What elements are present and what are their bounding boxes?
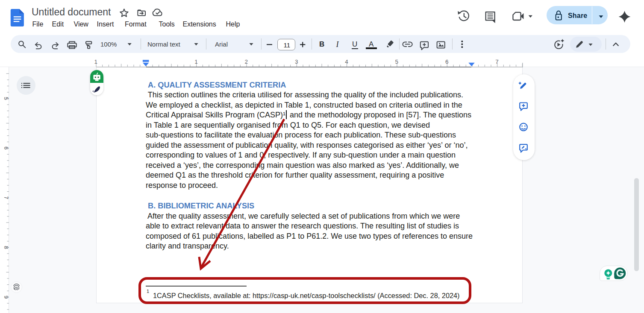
svg-text:1: 1 [194,59,198,65]
svg-text:8: 8 [3,246,9,249]
svg-text:6: 6 [445,59,449,65]
svg-text:2: 2 [245,59,248,65]
svg-text:7: 7 [495,59,499,65]
svg-text:4: 4 [345,59,348,65]
svg-text:6: 6 [3,146,9,150]
svg-text:1: 1 [94,59,98,65]
svg-text:5: 5 [395,59,399,65]
svg-text:3: 3 [295,59,298,65]
svg-text:9: 9 [3,295,9,299]
svg-text:7: 7 [3,196,9,199]
svg-text:5: 5 [3,97,9,100]
